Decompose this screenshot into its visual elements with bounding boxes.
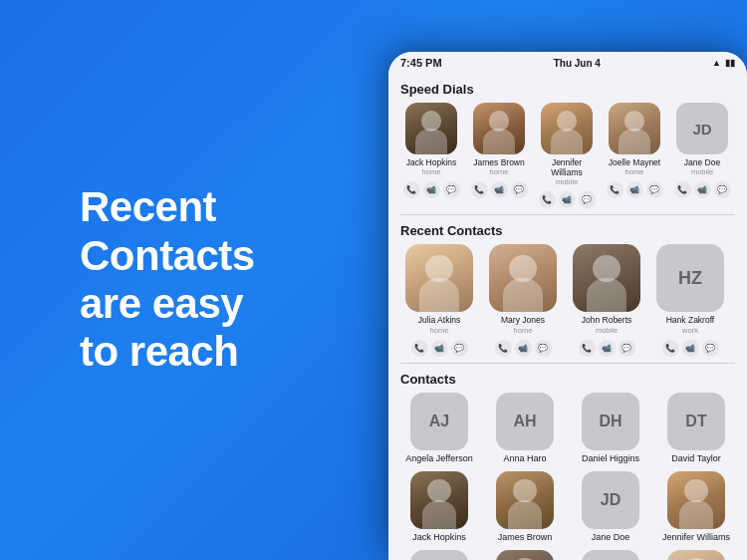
contact-john-a[interactable]: JA John Appleseed <box>400 550 478 560</box>
phone-btn-joelle[interactable]: 📞 <box>607 181 623 198</box>
msg-btn-jennifer[interactable]: 💬 <box>579 191 596 208</box>
actions-jane: 📞 📹 💬 <box>674 181 731 198</box>
avatar-james <box>473 103 525 154</box>
contact-daniel[interactable]: DH Daniel Higgins <box>572 393 649 463</box>
speed-dials-title: Speed Dials <box>400 82 735 97</box>
actions-julia-r: 📞 📹 💬 <box>411 340 468 357</box>
type-mary-r: home <box>514 326 533 335</box>
phone-btn-james[interactable]: 📞 <box>471 181 488 198</box>
speed-dial-joelle[interactable]: Joelle Maynet home 📞 📹 💬 <box>604 103 665 208</box>
actions-jennifer: 📞 📹 💬 <box>539 191 596 208</box>
avatar-julia-c <box>667 550 725 560</box>
phone-btn-mary-r[interactable]: 📞 <box>495 340 512 357</box>
type-john-r: mobile <box>596 326 618 335</box>
avatar-john-s: JS <box>582 550 639 560</box>
left-panel: Recent Contacts are easy to reach <box>0 0 369 560</box>
type-jack-speed: home <box>422 167 441 176</box>
video-btn[interactable]: 📹 <box>423 181 440 198</box>
app-content: Speed Dials Jack Hopkins home 📞 📹 💬 <box>388 74 747 560</box>
msg-btn-joelle[interactable]: 💬 <box>646 181 663 198</box>
phone-btn-jennifer[interactable]: 📞 <box>539 191 556 208</box>
avatar-james-c <box>496 471 554 529</box>
label-james-c: James Brown <box>498 532 553 542</box>
video-btn-jennifer[interactable]: 📹 <box>559 191 576 208</box>
name-jack-speed: Jack Hopkins <box>406 157 457 167</box>
video-btn-john-r[interactable]: 📹 <box>599 340 616 357</box>
msg-btn-julia-r[interactable]: 💬 <box>451 340 468 357</box>
contact-jane-c[interactable]: JD Jane Doe <box>572 471 649 542</box>
contact-jack-c[interactable]: Jack Hopkins <box>400 471 478 542</box>
msg-btn-hank-r[interactable]: 💬 <box>702 340 719 357</box>
status-bar: 7:45 PM Thu Jun 4 ▲ ▮▮ <box>388 52 747 74</box>
battery-icon: ▮▮ <box>725 58 735 68</box>
type-hank-r: work <box>682 326 698 335</box>
msg-btn-jane[interactable]: 💬 <box>714 181 731 198</box>
wifi-icon: ▲ <box>712 58 721 68</box>
video-btn-joelle[interactable]: 📹 <box>626 181 643 198</box>
contact-angela[interactable]: AJ Angela Jefferson <box>400 393 478 463</box>
ipad-mockup: 7:45 PM Thu Jun 4 ▲ ▮▮ Speed Dials Jack … <box>388 52 747 560</box>
contact-james-c[interactable]: James Brown <box>486 471 564 542</box>
video-btn-jane[interactable]: 📹 <box>694 181 711 198</box>
actions-jack-speed: 📞 📹 💬 <box>403 181 460 198</box>
avatar-jennifer <box>541 103 593 154</box>
avatar-julia-r <box>405 244 473 312</box>
name-mary-r: Mary Jones <box>501 315 545 325</box>
label-jack-c: Jack Hopkins <box>412 532 466 542</box>
msg-btn-james[interactable]: 💬 <box>511 181 528 198</box>
label-daniel: Daniel Higgins <box>582 453 639 463</box>
phone-btn[interactable]: 📞 <box>403 181 420 198</box>
video-btn-julia-r[interactable]: 📹 <box>431 340 448 357</box>
recent-julia[interactable]: Julia Atkins home 📞 📹 💬 <box>400 244 478 356</box>
avatar-hank-r: HZ <box>656 244 724 312</box>
recent-hank[interactable]: HZ Hank Zakroff work 📞 📹 💬 <box>651 244 729 356</box>
phone-btn-john-r[interactable]: 📞 <box>579 340 596 357</box>
divider-1 <box>400 214 735 215</box>
video-btn-mary-r[interactable]: 📹 <box>515 340 532 357</box>
name-john-r: John Roberts <box>582 315 632 325</box>
avatar-mary-r <box>489 244 557 312</box>
status-icons: ▲ ▮▮ <box>712 58 735 68</box>
avatar-david: DT <box>667 393 725 450</box>
msg-btn-john-r[interactable]: 💬 <box>619 340 635 357</box>
status-time: 7:45 PM <box>400 57 442 69</box>
name-jane: Jane Doe <box>684 157 720 167</box>
recent-john[interactable]: John Roberts mobile 📞 📹 💬 <box>568 244 645 356</box>
speed-dials-list: Jack Hopkins home 📞 📹 💬 James Brown home <box>400 103 735 208</box>
phone-btn-julia-r[interactable]: 📞 <box>411 340 428 357</box>
avatar-daniel: DH <box>582 393 639 450</box>
avatar-joelle <box>609 103 660 154</box>
contact-anna[interactable]: AH Anna Haro <box>486 393 564 463</box>
phone-btn-hank-r[interactable]: 📞 <box>662 340 679 357</box>
speed-dial-jane[interactable]: JD Jane Doe mobile 📞 📹 💬 <box>671 103 733 208</box>
type-james: home <box>490 167 509 176</box>
status-date: Thu Jun 4 <box>554 58 601 69</box>
video-btn-hank-r[interactable]: 📹 <box>682 340 699 357</box>
speed-dial-jennifer[interactable]: Jennifer Williams mobile 📞 📹 💬 <box>536 103 598 208</box>
msg-btn-mary-r[interactable]: 💬 <box>535 340 552 357</box>
avatar-jack-speed <box>405 103 457 154</box>
phone-btn-jane[interactable]: 📞 <box>674 181 691 198</box>
avatar-anna: AH <box>496 393 554 450</box>
contacts-title: Contacts <box>400 372 735 387</box>
avatar-angela: AJ <box>410 393 468 450</box>
name-jennifer: Jennifer Williams <box>536 157 598 177</box>
avatar-jennifer-c <box>667 471 725 529</box>
contact-john-s[interactable]: JS John Smith <box>572 550 649 560</box>
type-joelle: home <box>625 167 644 176</box>
video-btn-james[interactable]: 📹 <box>491 181 508 198</box>
label-angela: Angela Jefferson <box>405 453 472 463</box>
contact-david[interactable]: DT David Taylor <box>657 393 735 463</box>
msg-btn[interactable]: 💬 <box>443 181 460 198</box>
contact-jennifer-c[interactable]: Jennifer Williams <box>657 471 735 542</box>
speed-dial-jack[interactable]: Jack Hopkins home 📞 📹 💬 <box>400 103 462 208</box>
contact-julia-c[interactable]: Julia Atkins <box>657 550 735 560</box>
avatar-jack-c <box>410 471 468 529</box>
recent-mary[interactable]: Mary Jones home 📞 📹 💬 <box>484 244 562 356</box>
label-david: David Taylor <box>671 453 720 463</box>
speed-dial-james[interactable]: James Brown home 📞 📹 💬 <box>468 103 530 208</box>
avatar-john-r-c <box>496 550 554 560</box>
contact-john-r-c[interactable]: John Roberts <box>486 550 564 560</box>
hero-line2: Contacts <box>80 232 255 279</box>
name-james: James Brown <box>473 157 525 167</box>
